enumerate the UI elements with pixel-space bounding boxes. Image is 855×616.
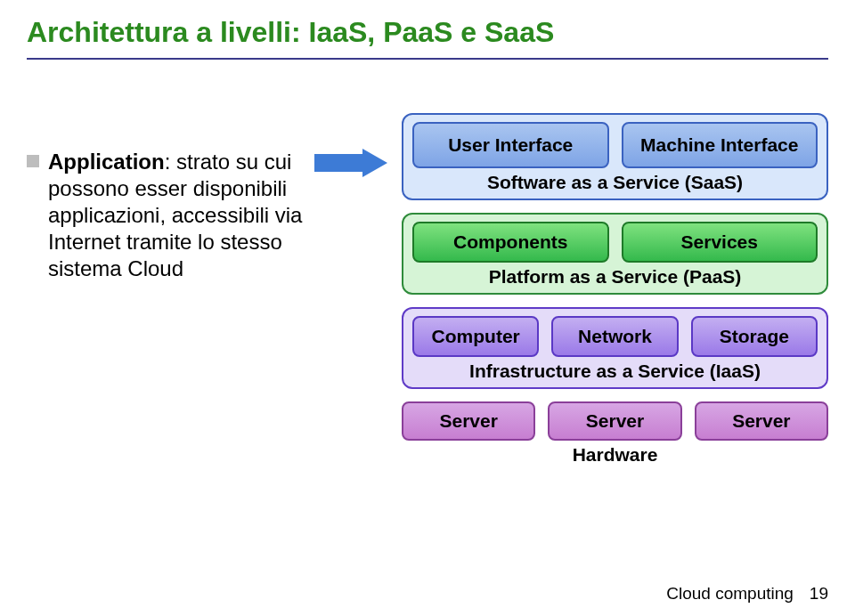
hw-server-3: Server — [695, 401, 828, 441]
iaas-label: Infrastructure as a Service (IaaS) — [412, 361, 818, 382]
title-rule — [27, 58, 828, 60]
page-number: 19 — [810, 584, 828, 604]
bullet-square-icon — [27, 155, 39, 167]
footer-text: Cloud computing — [666, 584, 794, 604]
bullet-lead: Application — [48, 150, 165, 174]
hardware-label: Hardware — [402, 444, 828, 466]
iaas-layer: Computer Network Storage Infrastructure … — [402, 307, 828, 389]
paas-services: Services — [622, 222, 818, 263]
iaas-network: Network — [551, 316, 678, 357]
iaas-storage: Storage — [691, 316, 818, 357]
paas-components: Components — [412, 222, 609, 263]
bullet-text: Application: strato su cui possono esser… — [48, 149, 307, 282]
hardware-layer: Server Server Server Hardware — [402, 401, 828, 466]
content-row: Application: strato su cui possono esser… — [27, 113, 828, 466]
paas-layer: Components Services Platform as a Servic… — [402, 213, 828, 295]
saas-layer: User Interface Machine Interface Softwar… — [402, 113, 828, 200]
saas-machine-interface: Machine Interface — [622, 122, 818, 168]
hw-server-1: Server — [402, 401, 535, 441]
bullet-item: Application: strato su cui possono esser… — [27, 149, 307, 282]
page-title: Architettura a livelli: IaaS, PaaS e Saa… — [27, 16, 828, 49]
arrow-column — [307, 113, 396, 177]
saas-label: Software as a Service (SaaS) — [412, 172, 818, 193]
diagram-column: User Interface Machine Interface Softwar… — [396, 113, 828, 466]
paas-label: Platform as a Service (PaaS) — [412, 266, 818, 288]
left-column: Application: strato su cui possono esser… — [27, 113, 307, 282]
arrow-right-icon — [314, 149, 389, 177]
iaas-computer: Computer — [412, 316, 539, 357]
saas-user-interface: User Interface — [412, 122, 609, 168]
hw-server-2: Server — [548, 401, 681, 441]
footer: Cloud computing 19 — [666, 584, 828, 604]
